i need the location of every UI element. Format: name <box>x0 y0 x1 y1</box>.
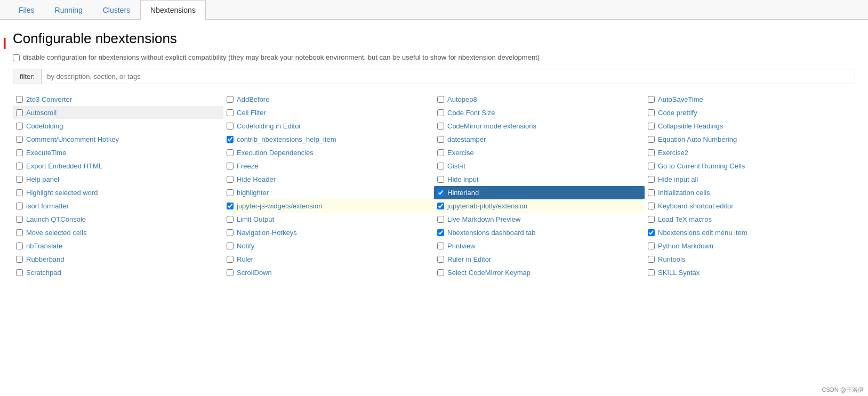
ext-checkbox[interactable] <box>648 189 655 196</box>
ext-checkbox[interactable] <box>437 216 444 223</box>
ext-checkbox[interactable] <box>16 269 23 276</box>
ext-link[interactable]: Launch QTConsole <box>26 215 86 223</box>
ext-link[interactable]: Hinterland <box>447 189 479 197</box>
ext-checkbox[interactable] <box>16 203 23 209</box>
ext-link[interactable]: AddBefore <box>237 95 269 103</box>
ext-link[interactable]: Notify <box>237 242 254 250</box>
ext-item[interactable]: Navigation-Hotkeys <box>223 226 434 239</box>
ext-checkbox[interactable] <box>437 109 444 116</box>
ext-checkbox[interactable] <box>437 203 444 209</box>
ext-item[interactable]: Keyboard shortcut editor <box>645 199 855 213</box>
ext-checkbox[interactable] <box>227 149 234 156</box>
ext-link[interactable]: Help panel <box>26 175 59 183</box>
ext-link[interactable]: Highlight selected word <box>26 189 98 197</box>
ext-checkbox[interactable] <box>16 163 23 169</box>
ext-link[interactable]: Nbextensions dashboard tab <box>447 229 536 237</box>
ext-item[interactable]: Hide input <box>434 173 645 186</box>
ext-link[interactable]: Equation Auto Numbering <box>658 135 737 143</box>
ext-item[interactable]: Nbextensions dashboard tab <box>434 226 645 239</box>
ext-item[interactable]: Hide input all <box>645 173 855 186</box>
ext-item[interactable]: Code Font Size <box>434 106 645 119</box>
ext-link[interactable]: Hide input <box>447 175 479 183</box>
ext-checkbox[interactable] <box>16 229 23 236</box>
ext-item[interactable]: AutoSaveTime <box>645 93 855 106</box>
ext-checkbox[interactable] <box>227 189 234 196</box>
ext-item[interactable]: Codefolding in Editor <box>223 119 434 133</box>
ext-checkbox[interactable] <box>648 109 655 116</box>
filter-input[interactable] <box>42 69 855 84</box>
ext-checkbox[interactable] <box>437 229 444 236</box>
ext-checkbox[interactable] <box>227 269 234 276</box>
ext-link[interactable]: Nbextensions edit menu item <box>658 229 748 237</box>
ext-item[interactable]: Help panel <box>13 173 223 186</box>
ext-item[interactable]: Live Markdown Preview <box>434 213 645 226</box>
ext-link[interactable]: Runtools <box>658 255 685 263</box>
ext-checkbox[interactable] <box>648 243 655 249</box>
ext-link[interactable]: Autopep8 <box>447 95 477 103</box>
ext-link[interactable]: Go to Current Running Cells <box>658 162 745 170</box>
ext-item[interactable]: datestamper <box>434 133 645 146</box>
ext-link[interactable]: Live Markdown Preview <box>447 215 520 223</box>
ext-link[interactable]: isort formatter <box>26 202 69 210</box>
ext-checkbox[interactable] <box>648 123 655 130</box>
ext-item[interactable]: AddBefore <box>223 93 434 106</box>
ext-item[interactable]: Autoscroll <box>13 106 223 119</box>
ext-checkbox[interactable] <box>16 109 23 116</box>
ext-link[interactable]: Codefolding in Editor <box>237 122 301 130</box>
tab-running[interactable]: Running <box>45 0 93 20</box>
ext-item[interactable]: Autopep8 <box>434 93 645 106</box>
ext-checkbox[interactable] <box>227 96 234 103</box>
ext-item[interactable]: Exercise <box>434 146 645 159</box>
ext-checkbox[interactable] <box>437 189 444 196</box>
ext-link[interactable]: Codefolding <box>26 122 63 130</box>
ext-item[interactable]: ExecuteTime <box>13 146 223 159</box>
ext-checkbox[interactable] <box>227 203 234 209</box>
ext-item[interactable]: Ruler <box>223 253 434 266</box>
ext-item[interactable]: Select CodeMirror Keymap <box>434 266 645 279</box>
ext-item[interactable]: Launch QTConsole <box>13 213 223 226</box>
ext-link[interactable]: Initialization cells <box>658 189 710 197</box>
ext-item[interactable]: 2to3 Converter <box>13 93 223 106</box>
ext-link[interactable]: Printview <box>447 242 476 250</box>
ext-item[interactable]: Freeze <box>223 159 434 173</box>
ext-checkbox[interactable] <box>648 149 655 156</box>
ext-checkbox[interactable] <box>227 163 234 169</box>
ext-checkbox[interactable] <box>227 136 234 143</box>
ext-checkbox[interactable] <box>227 229 234 236</box>
ext-item[interactable]: Rubberband <box>13 253 223 266</box>
ext-item[interactable]: CodeMirror mode extensions <box>434 119 645 133</box>
ext-item[interactable]: Scratchpad <box>13 266 223 279</box>
ext-checkbox[interactable] <box>437 256 444 263</box>
ext-checkbox[interactable] <box>16 136 23 143</box>
ext-checkbox[interactable] <box>648 203 655 209</box>
ext-link[interactable]: Hide input all <box>658 175 698 183</box>
ext-link[interactable]: CodeMirror mode extensions <box>447 122 536 130</box>
ext-item[interactable]: Go to Current Running Cells <box>645 159 855 173</box>
ext-item[interactable]: nbTranslate <box>13 239 223 253</box>
ext-link[interactable]: jupyter-js-widgets/extension <box>237 202 322 210</box>
ext-item[interactable]: Highlight selected word <box>13 186 223 199</box>
ext-link[interactable]: Keyboard shortcut editor <box>658 202 734 210</box>
ext-item[interactable]: Code prettify <box>645 106 855 119</box>
ext-item[interactable]: jupyter-js-widgets/extension <box>223 199 434 213</box>
ext-item[interactable]: Runtools <box>645 253 855 266</box>
ext-link[interactable]: Navigation-Hotkeys <box>237 229 297 237</box>
ext-link[interactable]: highlighter <box>237 189 269 197</box>
ext-link[interactable]: Code Font Size <box>447 109 495 117</box>
ext-link[interactable]: AutoSaveTime <box>658 95 703 103</box>
ext-checkbox[interactable] <box>437 243 444 249</box>
ext-link[interactable]: Ruler in Editor <box>447 255 491 263</box>
ext-link[interactable]: datestamper <box>447 135 486 143</box>
ext-link[interactable]: Select CodeMirror Keymap <box>447 269 531 277</box>
ext-checkbox[interactable] <box>437 149 444 156</box>
ext-checkbox[interactable] <box>16 96 23 103</box>
ext-checkbox[interactable] <box>648 256 655 263</box>
ext-item[interactable]: Limit Output <box>223 213 434 226</box>
ext-checkbox[interactable] <box>227 243 234 249</box>
ext-checkbox[interactable] <box>16 189 23 196</box>
ext-link[interactable]: Exercise2 <box>658 149 688 157</box>
ext-checkbox[interactable] <box>437 136 444 143</box>
ext-link[interactable]: SKILL Syntax <box>658 269 700 277</box>
ext-item[interactable]: Codefolding <box>13 119 223 133</box>
ext-checkbox[interactable] <box>16 256 23 263</box>
